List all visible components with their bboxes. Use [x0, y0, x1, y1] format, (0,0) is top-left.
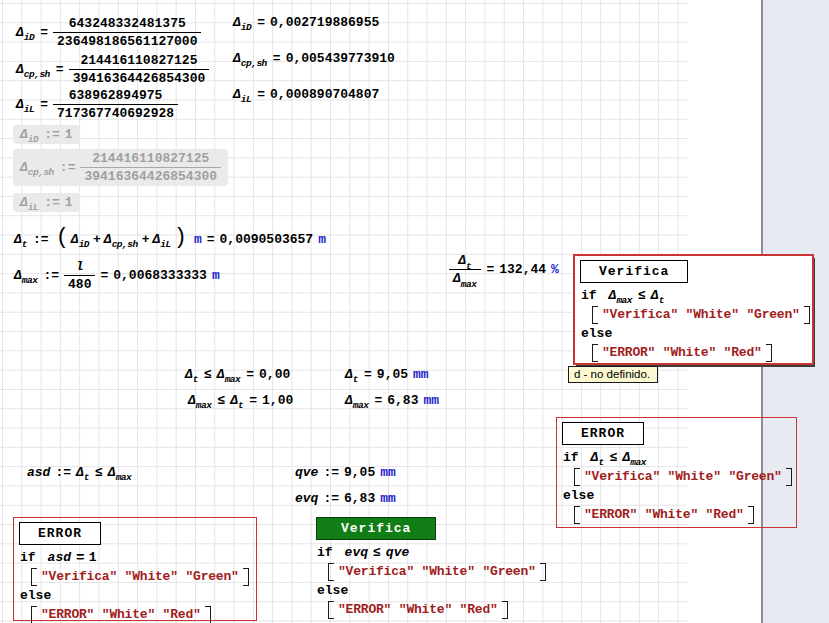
- equation-delta-cpsh-fraction[interactable]: Δcp,sh = 214416110827125 394163644268543…: [16, 53, 209, 86]
- result-delta-iD[interactable]: ΔiD = 0,002719886955: [233, 15, 379, 30]
- result-dt-mm[interactable]: Δt = 9,05 mm: [345, 367, 429, 382]
- then-branch-line: "Verifica" "White" "Green": [592, 306, 812, 323]
- var-symbol: Δ: [233, 87, 241, 102]
- else-keyword: else: [20, 588, 51, 603]
- program-block-error-left[interactable]: ERROR if asd = 1 "Verifica" "White" "Gre…: [13, 517, 257, 621]
- fraction: l 480: [64, 259, 95, 292]
- var-subscript: t: [22, 239, 27, 250]
- result-delta-iL[interactable]: ΔiL = 0,000890704807: [233, 87, 379, 102]
- var-name: qve: [295, 465, 318, 480]
- assign-operator: :=: [39, 127, 65, 142]
- if-condition-line: if asd = 1: [20, 549, 256, 566]
- var-symbol: Δ: [76, 465, 84, 480]
- definition-evq[interactable]: evq := 6,83 mm: [295, 491, 396, 506]
- var-name: qve: [386, 545, 409, 560]
- denominator: 480: [64, 275, 95, 292]
- value: 9,05: [344, 465, 375, 480]
- program-result-button-green[interactable]: Verifica: [316, 517, 436, 540]
- program-block-verifica-selected[interactable]: Verifica if Δmax ≤ Δt "Verifica" "White"…: [573, 254, 814, 365]
- else-keyword: else: [581, 326, 612, 341]
- le-operator: ≤: [368, 545, 386, 560]
- else-keyword: else: [317, 583, 348, 598]
- var-subscript: cp,sh: [24, 69, 50, 80]
- bracket-open-icon: [328, 563, 334, 581]
- assign-operator: :=: [318, 491, 344, 506]
- var-symbol: Δ: [16, 25, 24, 40]
- definition-asd[interactable]: asd := Δt ≤ Δmax: [27, 465, 132, 480]
- var-symbol: Δ: [71, 232, 79, 247]
- result-dmax-mm[interactable]: Δmax = 6,83 mm: [345, 393, 439, 408]
- denominator: 717367740692928: [53, 104, 178, 121]
- tooltip-text: d - no definido.: [574, 368, 650, 380]
- program-result-label: Verifica: [341, 521, 411, 536]
- var-symbol: Δ: [153, 232, 161, 247]
- fraction: Δt Δmax: [449, 253, 481, 286]
- var-symbol: Δ: [233, 15, 241, 30]
- unit-mm: mm: [380, 491, 396, 506]
- var-symbol: Δ: [20, 195, 28, 210]
- else-line: else: [20, 587, 256, 604]
- bracket-close-icon: [786, 468, 792, 486]
- var-subscript: cp,sh: [112, 239, 138, 250]
- var-symbol: Δ: [345, 393, 353, 408]
- equals-operator: =: [244, 393, 262, 408]
- string-list: "ERROR" "White" "Red": [338, 602, 498, 617]
- if-condition-line: if evq ≤ qve: [317, 544, 563, 561]
- equation-delta-t-total[interactable]: Δt := ( ΔiD + Δcp,sh + ΔiL ) m = 0,00905…: [14, 228, 326, 250]
- equation-ratio-percent[interactable]: Δt Δmax = 132,44 %: [449, 253, 559, 286]
- program-result-label: Verifica: [599, 264, 669, 279]
- equation-delta-max[interactable]: Δmax := l 480 = 0,0068333333 m: [14, 259, 220, 292]
- var-symbol: Δ: [14, 232, 22, 247]
- definition-value: 1: [65, 195, 73, 210]
- var-subscript: t: [193, 374, 198, 385]
- result-value: 0,00: [259, 367, 290, 382]
- equals-operator: =: [369, 393, 387, 408]
- comparison-dt-le-dmax[interactable]: Δt ≤ Δmax = 0,00: [185, 367, 290, 382]
- var-subscript: cp,sh: [241, 58, 267, 69]
- program-result-button[interactable]: ERROR: [19, 522, 101, 545]
- numerator: 214416110827125: [76, 53, 201, 69]
- plus-operator: +: [139, 232, 153, 247]
- var-symbol: Δ: [20, 127, 28, 142]
- bracket-open-icon: [31, 568, 37, 586]
- program-result-button[interactable]: Verifica: [580, 260, 688, 283]
- result-delta-cpsh[interactable]: Δcp,sh = 0,005439773910: [233, 51, 395, 66]
- equals-operator: =: [481, 262, 499, 277]
- comparison-dmax-le-dt[interactable]: Δmax ≤ Δt = 1,00: [188, 393, 293, 408]
- le-operator: ≤: [605, 450, 623, 465]
- assign-operator: :=: [28, 232, 54, 247]
- definition-delta-cpsh-disabled[interactable]: Δcp,sh := 214416110827125 39416364426854…: [13, 149, 228, 186]
- open-paren: (: [54, 227, 71, 249]
- var-symbol: Δ: [20, 160, 28, 175]
- fraction: 643248332481375 236498186561127000: [53, 16, 201, 49]
- string-list: "ERROR" "White" "Red": [41, 607, 201, 622]
- var-subscript: max: [353, 400, 369, 411]
- var-subscript: t: [659, 295, 664, 306]
- program-block-verifica-green[interactable]: Verifica if evq ≤ qve "Verifica" "White"…: [311, 513, 563, 621]
- condition-value: 1: [89, 550, 97, 565]
- program-result-button[interactable]: ERROR: [562, 422, 644, 445]
- bracket-close-icon: [748, 506, 754, 524]
- var-symbol: Δ: [651, 288, 659, 303]
- bracket-open-icon: [574, 506, 580, 524]
- equals-operator: =: [95, 268, 113, 283]
- else-branch-line: "ERROR" "White" "Red": [31, 606, 256, 623]
- string-list: "ERROR" "White" "Red": [602, 345, 762, 360]
- equals-operator: =: [202, 232, 220, 247]
- var-name: evq: [295, 491, 318, 506]
- definition-delta-iL-disabled[interactable]: ΔiL := 1: [13, 193, 80, 212]
- else-branch-line: "ERROR" "White" "Red": [592, 344, 812, 361]
- var-symbol: Δ: [591, 450, 599, 465]
- unit-mm: mm: [423, 393, 439, 408]
- equation-delta-iL-fraction[interactable]: ΔiL = 638962894975 717367740692928: [16, 88, 178, 121]
- if-condition-line: if Δt ≤ Δmax: [563, 449, 796, 466]
- then-branch-line: "Verifica" "White" "Green": [328, 563, 563, 580]
- definition-qve[interactable]: qve := 9,05 mm: [295, 465, 396, 480]
- fraction: 214416110827125 39416364426854300: [69, 53, 210, 86]
- le-operator: ≤: [212, 393, 230, 408]
- var-name: asd: [48, 550, 71, 565]
- var-name: evq: [345, 545, 368, 560]
- program-block-error-right[interactable]: ERROR if Δt ≤ Δmax "Verifica" "White" "G…: [556, 417, 797, 528]
- definition-delta-iD-disabled[interactable]: ΔiD := 1: [13, 125, 80, 144]
- equation-delta-iD-fraction[interactable]: ΔiD = 643248332481375 236498186561127000: [16, 16, 201, 49]
